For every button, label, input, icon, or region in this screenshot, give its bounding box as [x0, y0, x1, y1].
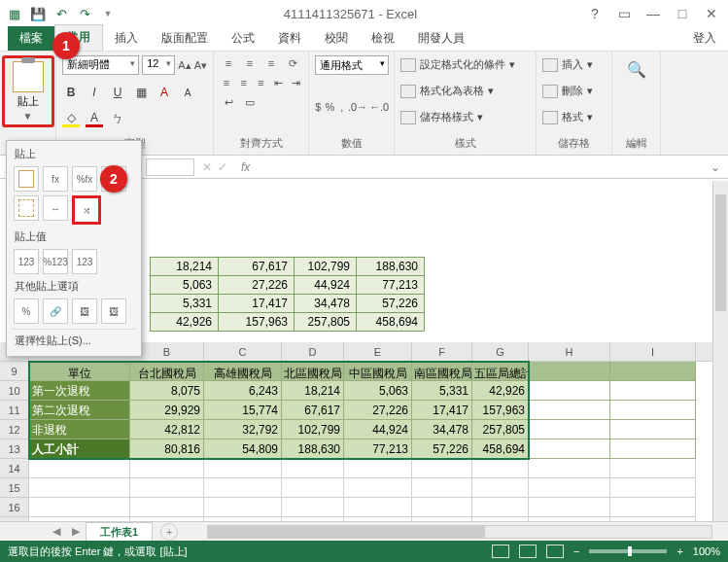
fx-icon[interactable]: fx: [241, 160, 250, 174]
expand-formula-icon[interactable]: ⌄: [711, 160, 728, 174]
data-cell[interactable]: 257,805: [472, 420, 529, 439]
cell[interactable]: [130, 498, 204, 517]
data-cell[interactable]: 67,617: [282, 401, 344, 420]
cell[interactable]: [282, 498, 344, 517]
col-header-D[interactable]: D: [282, 342, 344, 361]
zoom-level[interactable]: 100%: [693, 545, 720, 557]
help-icon[interactable]: ?: [584, 6, 606, 21]
data-cell[interactable]: 42,926: [472, 381, 529, 401]
col-header-C[interactable]: C: [204, 342, 282, 361]
zoom-slider[interactable]: [589, 549, 667, 553]
col-header-F[interactable]: F: [412, 342, 472, 361]
comma-icon[interactable]: ,: [338, 99, 345, 115]
format-as-table-button[interactable]: 格式化為表格▾: [400, 82, 530, 100]
orientation-icon[interactable]: ⟳: [284, 55, 301, 71]
data-cell[interactable]: 17,417: [412, 401, 472, 420]
page-layout-view-icon[interactable]: [519, 544, 537, 558]
font-grow-icon[interactable]: A: [156, 86, 173, 99]
data-cell[interactable]: 8,075: [130, 381, 204, 401]
cell[interactable]: [472, 478, 529, 498]
underline-button[interactable]: U: [109, 86, 126, 99]
indent-decrease-icon[interactable]: ⇤: [271, 75, 285, 90]
add-sheet-button[interactable]: +: [160, 523, 178, 541]
indent-increase-icon[interactable]: ⇥: [289, 75, 302, 90]
data-cell[interactable]: 27,226: [344, 401, 412, 420]
cell[interactable]: [529, 459, 610, 478]
data-cell[interactable]: 57,226: [412, 439, 472, 459]
qat-dropdown-icon[interactable]: ▼: [99, 5, 117, 22]
paste-opt-values[interactable]: 123: [14, 249, 39, 274]
cancel-icon[interactable]: ✕: [202, 160, 212, 174]
col-header-E[interactable]: E: [344, 342, 412, 361]
cell-styles-button[interactable]: 儲存格樣式▾: [400, 108, 530, 126]
cell[interactable]: [529, 362, 610, 381]
cell[interactable]: [204, 498, 282, 517]
data-cell[interactable]: 80,816: [130, 439, 204, 459]
border-button[interactable]: ▦: [132, 86, 150, 99]
tab-data[interactable]: 資料: [266, 26, 313, 51]
tab-layout[interactable]: 版面配置: [150, 26, 220, 51]
paste-opt-col-widths[interactable]: ↔: [43, 195, 68, 221]
font-shrink-icon[interactable]: A: [179, 88, 196, 98]
row-label-cell[interactable]: 第一次退稅: [29, 381, 130, 401]
tab-file[interactable]: 檔案: [8, 26, 54, 51]
maximize-icon[interactable]: □: [672, 6, 693, 21]
data-cell[interactable]: 54,809: [204, 439, 282, 459]
cell[interactable]: [29, 498, 130, 517]
table-header-cell[interactable]: 中區國稅局: [344, 362, 412, 381]
align-center-icon[interactable]: ≡: [237, 75, 251, 90]
italic-button[interactable]: I: [86, 86, 103, 99]
table-header-cell[interactable]: 五區局總計: [472, 362, 529, 381]
tab-formula[interactable]: 公式: [220, 26, 266, 51]
table-header-cell[interactable]: 單位: [29, 362, 130, 381]
redo-icon[interactable]: ↷: [76, 5, 93, 22]
cell[interactable]: [204, 459, 282, 478]
col-header-I[interactable]: I: [610, 342, 696, 361]
format-cells-button[interactable]: 格式▾: [542, 108, 606, 126]
decrease-font-icon[interactable]: A▾: [194, 59, 207, 72]
align-left-icon[interactable]: ≡: [220, 75, 233, 90]
cell[interactable]: [412, 498, 472, 517]
font-color-button[interactable]: A: [86, 111, 103, 127]
horizontal-scrollbar[interactable]: [207, 525, 712, 539]
cell[interactable]: [529, 498, 610, 517]
paste-opt-formatting[interactable]: %: [14, 299, 39, 324]
phonetic-button[interactable]: ㄅ: [109, 111, 126, 127]
data-cell[interactable]: 6,243: [204, 381, 282, 401]
tab-developer[interactable]: 開發人員: [406, 26, 476, 51]
wrap-text-icon[interactable]: ↩: [220, 94, 237, 110]
cell[interactable]: [472, 459, 529, 478]
tab-insert[interactable]: 插入: [103, 26, 150, 51]
cell[interactable]: [282, 459, 344, 478]
row-header[interactable]: 12: [0, 420, 29, 439]
cell[interactable]: [412, 478, 472, 498]
cell[interactable]: [610, 381, 696, 401]
undo-icon[interactable]: ↶: [52, 5, 70, 22]
enter-icon[interactable]: ✓: [218, 160, 227, 174]
table-header-cell[interactable]: 台北國稅局: [130, 362, 204, 381]
paste-opt-formulas-num[interactable]: %fx: [72, 166, 97, 192]
close-icon[interactable]: ✕: [701, 6, 722, 21]
cell[interactable]: [610, 401, 696, 420]
row-header[interactable]: 14: [0, 459, 29, 478]
cell[interactable]: [29, 478, 130, 498]
vertical-scrollbar[interactable]: [712, 181, 728, 521]
row-label-cell[interactable]: 第二次退稅: [29, 401, 130, 420]
paste-special-link[interactable]: 選擇性貼上(S)...: [11, 329, 137, 352]
cell[interactable]: [130, 459, 204, 478]
table-header-cell[interactable]: 高雄國稅局: [204, 362, 282, 381]
normal-view-icon[interactable]: [492, 544, 509, 558]
increase-decimal-icon[interactable]: .0→: [349, 99, 366, 115]
paste-button[interactable]: 貼上 ▼: [7, 60, 50, 123]
save-icon[interactable]: 💾: [29, 5, 47, 22]
data-cell[interactable]: 18,214: [282, 381, 344, 401]
align-bottom-icon[interactable]: ≡: [262, 55, 280, 71]
cell[interactable]: [344, 478, 412, 498]
paste-opt-linked-pic[interactable]: 🖼: [101, 299, 126, 324]
merge-icon[interactable]: ▭: [241, 94, 259, 110]
cell[interactable]: [610, 459, 696, 478]
cell[interactable]: [529, 478, 610, 498]
cell[interactable]: [412, 459, 472, 478]
row-header[interactable]: 13: [0, 439, 29, 459]
cell[interactable]: [529, 420, 610, 439]
